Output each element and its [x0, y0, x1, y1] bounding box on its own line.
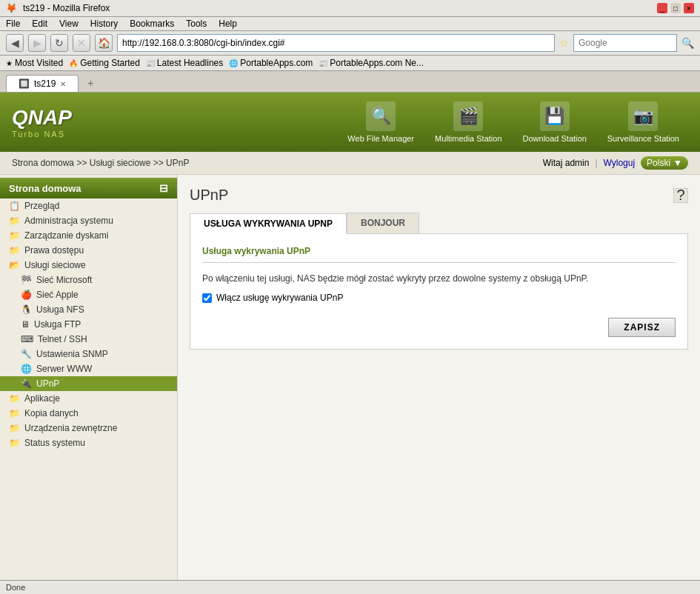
sidebar-item-aplikacje[interactable]: 📁 Aplikacje: [0, 391, 177, 406]
sidebar-title: Strona domowa: [9, 183, 81, 194]
multimedia-station-icon: 🎬: [453, 101, 483, 131]
tab-bonjour[interactable]: BONJOUR: [347, 213, 419, 233]
menu-bookmarks[interactable]: Bookmarks: [130, 19, 174, 29]
aplikacje-icon: 📁: [9, 393, 20, 404]
reload-button[interactable]: ↻: [50, 34, 68, 52]
serwer-www-icon: 🌐: [21, 364, 32, 374]
header-apps: 🔍 Web File Manager 🎬 Multimedia Station …: [339, 93, 688, 152]
sidebar-header: Strona domowa ⊟: [0, 178, 177, 198]
admin-systemu-icon: 📁: [9, 216, 20, 226]
search-bar[interactable]: [573, 34, 677, 52]
sidebar-item-serwer-www[interactable]: 🌐 Serwer WWW: [0, 361, 177, 376]
sidebar-item-usluga-ftp[interactable]: 🖥 Usługa FTP: [0, 317, 177, 332]
menu-history[interactable]: History: [90, 19, 118, 29]
status-systemu-icon: 📁: [9, 438, 20, 448]
qnap-logo-text: QNAP: [12, 106, 72, 130]
browser-status-bar: Done: [0, 580, 700, 594]
back-button[interactable]: ◀: [6, 34, 24, 52]
sidebar-item-usluga-nfs[interactable]: 🐧 Usługa NFS: [0, 302, 177, 317]
bookmark-most-visited[interactable]: ★ Most Visited: [6, 58, 63, 68]
upnp-checkbox-label: Włącz usługę wykrywania UPnP: [216, 293, 343, 303]
panel-description: Po włączeniu tej usługi, NAS będzie mógł…: [202, 272, 676, 285]
new-tab-button[interactable]: +: [81, 74, 99, 92]
app-download-station[interactable]: 💾 Download Station: [514, 96, 596, 149]
menu-help[interactable]: Help: [219, 19, 237, 29]
sidebar-item-urzadzenia-zewnetrzne[interactable]: 📁 Urządzenia zewnętrzne: [0, 421, 177, 436]
checkbox-row: Włącz usługę wykrywania UPnP: [202, 293, 676, 303]
chevron-down-icon: ▼: [673, 158, 682, 168]
bookmarks-bar: ★ Most Visited 🔥 Getting Started 📰 Lates…: [0, 56, 700, 71]
sidebar-item-siec-microsoft[interactable]: 🏁 Sieć Microsoft: [0, 273, 177, 287]
stop-button[interactable]: ✕: [73, 34, 90, 52]
sidebar-item-prawa-dostepu[interactable]: 📁 Prawa dostępu: [0, 243, 177, 258]
tab-favicon: 🔲: [19, 79, 30, 89]
tab-upnp-discovery[interactable]: USŁUGA WYKRYWANIA UPNP: [190, 213, 347, 234]
sidebar-item-zarzadzanie-dyskami[interactable]: 📁 Zarządzanie dyskami: [0, 228, 177, 243]
page-title-row: UPnP ?: [190, 187, 688, 204]
menu-edit[interactable]: Edit: [32, 19, 47, 29]
close-button[interactable]: ×: [684, 3, 694, 13]
upnp-icon: 🔌: [21, 378, 32, 389]
content-area: UPnP ? USŁUGA WYKRYWANIA UPNP BONJOUR Us…: [178, 175, 700, 594]
news-icon-2: 📰: [319, 59, 327, 67]
tabs-bar: 🔲 ts219 ✕ +: [0, 71, 700, 93]
logout-link[interactable]: Wyloguj: [604, 158, 636, 168]
sidebar-item-status-systemu[interactable]: 📁 Status systemu: [0, 436, 177, 450]
sidebar-item-kopia-danych[interactable]: 📁 Kopia danych: [0, 406, 177, 421]
search-icon[interactable]: 🔍: [681, 37, 694, 49]
kopia-danych-icon: 📁: [9, 408, 20, 418]
przeglad-icon: 📋: [9, 201, 20, 211]
sidebar-item-uslugi-sieciowe[interactable]: 📂 Usługi sieciowe: [0, 258, 177, 273]
user-actions: Witaj admin | Wyloguj Polski ▼: [543, 156, 688, 170]
bookmark-portableapps[interactable]: 🌐 PortableApps.com: [229, 58, 313, 68]
nav-bar: ◀ ▶ ↻ ✕ 🏠 ☆ 🔍: [0, 31, 700, 56]
sidebar: Strona domowa ⊟ 📋 Przegląd 📁 Administrac…: [0, 175, 178, 594]
language-button[interactable]: Polski ▼: [641, 156, 688, 170]
news-icon: 📰: [146, 59, 155, 67]
sidebar-item-ustawienia-snmp[interactable]: 🔧 Ustawienia SNMP: [0, 347, 177, 361]
bookmark-getting-started[interactable]: 🔥 Getting Started: [69, 58, 140, 68]
sidebar-item-przeglad[interactable]: 📋 Przegląd: [0, 198, 177, 213]
main-layout: Strona domowa ⊟ 📋 Przegląd 📁 Administrac…: [0, 175, 700, 594]
browser-title: ts219 - Mozilla Firefox: [23, 3, 110, 13]
home-button[interactable]: 🏠: [95, 34, 113, 52]
app-multimedia-station[interactable]: 🎬 Multimedia Station: [426, 96, 511, 149]
star-icon[interactable]: ☆: [559, 37, 569, 49]
sidebar-item-upnp[interactable]: 🔌 UPnP: [0, 376, 177, 391]
upnp-panel: Usługa wykrywania UPnP Po włączeniu tej …: [190, 233, 688, 350]
telnet-ssh-icon: ⌨: [21, 334, 33, 344]
browser-status-text: Done: [6, 583, 25, 592]
breadcrumb: Strona domowa >> Usługi sieciowe >> UPnP: [12, 158, 189, 168]
forward-button[interactable]: ▶: [28, 34, 46, 52]
browser-icon: 🦊: [6, 3, 17, 13]
tab-ts219[interactable]: 🔲 ts219 ✕: [6, 75, 79, 92]
ustawienia-snmp-icon: 🔧: [21, 349, 32, 359]
separator: |: [595, 158, 597, 168]
surveillance-station-icon: 📷: [628, 101, 658, 131]
sidebar-item-siec-apple[interactable]: 🍎 Sieć Apple: [0, 287, 177, 302]
page-title: UPnP: [190, 187, 228, 204]
prawa-dostepu-icon: 📁: [9, 245, 20, 256]
bookmark-latest-headlines[interactable]: 📰 Latest Headlines: [146, 58, 223, 68]
menu-view[interactable]: View: [59, 19, 79, 29]
app-web-file-manager[interactable]: 🔍 Web File Manager: [339, 96, 423, 149]
page-help-icon[interactable]: ?: [673, 188, 688, 203]
address-bar[interactable]: [117, 34, 555, 52]
download-station-icon: 💾: [540, 101, 570, 131]
menu-file[interactable]: File: [6, 19, 20, 29]
menu-tools[interactable]: Tools: [186, 19, 207, 29]
zarzadzanie-dyskami-icon: 📁: [9, 230, 20, 241]
maximize-button[interactable]: □: [670, 3, 681, 13]
app-surveillance-station[interactable]: 📷 Surveillance Station: [599, 96, 688, 149]
bookmark-portableapps-ne[interactable]: 📰 PortableApps.com Ne...: [319, 58, 424, 68]
upnp-enable-checkbox[interactable]: [202, 293, 212, 303]
web-file-manager-icon: 🔍: [366, 101, 396, 131]
save-button[interactable]: ZAPISZ: [608, 318, 676, 337]
sidebar-item-telnet-ssh[interactable]: ⌨ Telnet / SSH: [0, 332, 177, 347]
siec-apple-icon: 🍎: [21, 290, 32, 300]
tab-close-button[interactable]: ✕: [60, 80, 66, 88]
minimize-button[interactable]: _: [657, 3, 667, 13]
sidebar-item-admin-systemu[interactable]: 📁 Administracja systemu: [0, 213, 177, 228]
sidebar-toggle-icon[interactable]: ⊟: [159, 182, 168, 194]
star-icon: ★: [6, 59, 13, 67]
